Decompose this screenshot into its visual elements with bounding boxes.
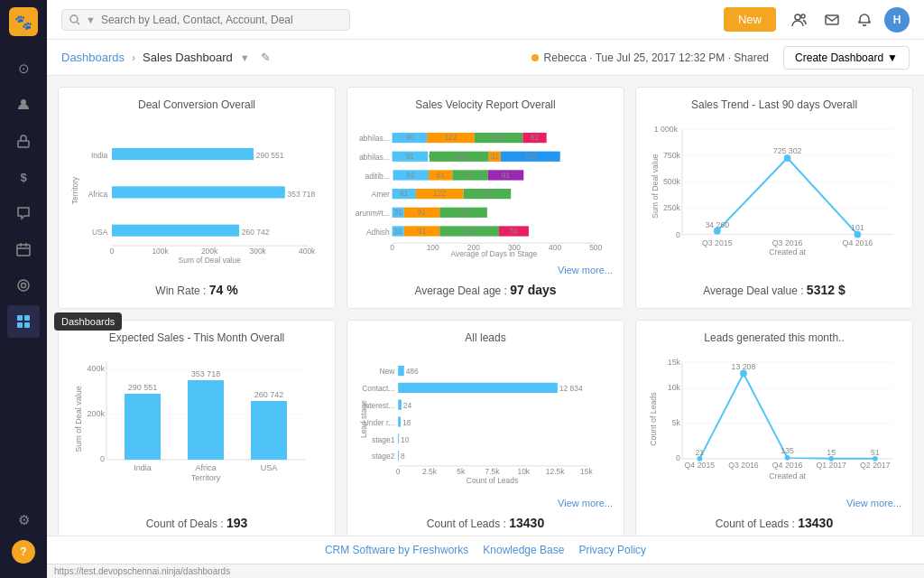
svg-text:486: 486	[406, 367, 419, 376]
footer-knowledge-base[interactable]: Knowledge Base	[483, 544, 564, 556]
sidebar-item-settings[interactable]: ⚙	[7, 504, 40, 536]
sidebar-item-help[interactable]: ?	[12, 540, 35, 564]
svg-text:91: 91	[418, 208, 427, 217]
bell-icon[interactable]	[852, 7, 877, 33]
svg-text:500k: 500k	[663, 177, 681, 186]
sidebar-item-deals[interactable]: $	[7, 161, 40, 193]
svg-rect-145	[398, 416, 401, 426]
chart-sales-trend-area: Sum of Deal value 0 250k 500k 750k 1 000	[647, 118, 901, 275]
svg-text:Under r...: Under r...	[364, 418, 395, 427]
svg-text:200k: 200k	[87, 409, 105, 418]
svg-text:153: 153	[453, 152, 466, 161]
svg-text:USA: USA	[92, 228, 108, 237]
app-logo[interactable]: 🐾	[9, 7, 38, 36]
svg-text:260 742: 260 742	[254, 390, 284, 399]
svg-text:Q3 2016: Q3 2016	[772, 238, 803, 247]
svg-text:0: 0	[100, 454, 105, 463]
edit-dashboard-icon[interactable]: ✎	[261, 51, 271, 64]
page-footer: CRM Software by Freshworks Knowledge Bas…	[47, 536, 924, 564]
sidebar-item-reports[interactable]	[7, 269, 40, 302]
svg-text:0: 0	[676, 453, 680, 462]
mail-icon[interactable]	[819, 7, 845, 33]
sidebar-item-accounts[interactable]	[7, 125, 40, 157]
svg-text:62: 62	[531, 133, 540, 142]
svg-rect-1	[18, 141, 29, 147]
svg-text:5k: 5k	[457, 467, 466, 476]
svg-text:12 834: 12 834	[559, 384, 583, 393]
svg-text:Q4 2016: Q4 2016	[772, 461, 803, 470]
svg-rect-136	[398, 366, 404, 376]
svg-text:91: 91	[407, 171, 416, 180]
svg-text:Q4 2016: Q4 2016	[843, 238, 873, 247]
svg-text:135: 135	[781, 446, 794, 455]
svg-text:123: 123	[492, 133, 504, 142]
footer-crm-link[interactable]: CRM Software by Freshworks	[325, 544, 468, 556]
sales-velocity-view-more[interactable]: View more...	[358, 265, 613, 275]
chart-sales-velocity-footer: Average Deal age : 97 days	[358, 283, 613, 297]
svg-text:260 742: 260 742	[242, 228, 270, 237]
chart-sales-velocity: Sales Velocity Report Overall abhilas...…	[346, 87, 624, 309]
svg-text:91: 91	[418, 227, 427, 236]
leads-generated-view-more[interactable]: View more...	[647, 498, 901, 508]
svg-text:725 302: 725 302	[773, 146, 802, 155]
search-bar[interactable]: ▼	[61, 9, 350, 31]
svg-rect-148	[398, 434, 399, 443]
svg-text:15: 15	[827, 448, 836, 457]
svg-text:400k: 400k	[299, 247, 316, 256]
svg-text:5k: 5k	[672, 418, 681, 427]
svg-text:300k: 300k	[250, 247, 267, 256]
all-leads-view-more[interactable]: View more...	[358, 498, 613, 508]
svg-point-3	[18, 280, 29, 291]
svg-text:abhilas...: abhilas...	[359, 134, 390, 143]
svg-rect-128	[251, 401, 287, 460]
svg-text:290 551: 290 551	[256, 151, 284, 160]
svg-text:353 718: 353 718	[191, 369, 221, 378]
create-dashboard-button[interactable]: Create Dashboard ▼	[783, 46, 910, 70]
svg-text:400: 400	[549, 243, 561, 252]
sidebar: 🐾 ⊙ $ Dashboards ⚙ ?	[0, 0, 47, 578]
svg-text:Created at: Created at	[769, 247, 806, 256]
svg-rect-5	[17, 315, 23, 321]
footer-privacy-policy[interactable]: Privacy Policy	[578, 544, 646, 556]
svg-text:arunm#t...: arunm#t...	[356, 209, 390, 218]
svg-text:stage1: stage1	[372, 435, 395, 444]
svg-text:India: India	[91, 151, 108, 160]
chart-deal-conversion-area: Territory India 290 551 Africa 353 718 U…	[69, 118, 324, 275]
svg-point-9	[70, 15, 78, 23]
search-input[interactable]	[101, 14, 342, 26]
svg-text:61: 61	[400, 189, 409, 198]
sidebar-item-contacts[interactable]	[7, 89, 40, 121]
chart-sales-trend-title: Sales Trend - Last 90 days Overall	[647, 98, 901, 111]
sidebar-item-dashboards[interactable]: Dashboards	[7, 305, 40, 338]
breadcrumb-separator: ›	[132, 51, 135, 64]
user-avatar[interactable]: H	[884, 7, 910, 33]
chart-leads-generated-footer: Count of Leads : 13430	[647, 516, 901, 530]
svg-text:USA: USA	[261, 463, 278, 472]
chart-expected-sales-title: Expected Sales - This Month Overall	[69, 331, 324, 344]
sidebar-item-chat[interactable]	[7, 197, 40, 229]
svg-text:Africa: Africa	[195, 463, 216, 472]
chart-leads-generated: Leads generated this month.. Count of Le…	[635, 320, 913, 536]
svg-rect-126	[188, 380, 224, 460]
svg-text:100k: 100k	[152, 247, 169, 256]
svg-text:2.5k: 2.5k	[422, 467, 438, 476]
sidebar-item-home[interactable]: ⊙	[7, 52, 40, 85]
breadcrumb-dashboards[interactable]: Dashboards	[61, 51, 125, 64]
new-button[interactable]: New	[724, 7, 776, 32]
svg-text:abhilas...: abhilas...	[359, 153, 390, 162]
sidebar-item-calendar[interactable]	[7, 233, 40, 266]
svg-text:91: 91	[406, 152, 415, 161]
svg-text:34 260: 34 260	[705, 220, 729, 229]
svg-point-174	[740, 370, 747, 378]
chart-expected-sales-footer: Count of Deals : 193	[69, 516, 324, 530]
svg-text:Territory: Territory	[70, 176, 79, 204]
svg-text:Count of Leads: Count of Leads	[649, 392, 658, 446]
breadcrumb-bar: Dashboards › Sales Dashboard ▼ ✎ Rebecca…	[47, 40, 924, 76]
chart-expected-sales-area: Sum of Deal value 0 200k 400k 290 551	[69, 351, 324, 508]
team-icon[interactable]	[787, 7, 812, 33]
svg-text:15k: 15k	[580, 467, 593, 476]
svg-text:Sum of Deal value: Sum of Deal value	[74, 386, 83, 452]
svg-text:aditib...: aditib...	[365, 172, 390, 181]
svg-text:18: 18	[402, 418, 411, 427]
svg-text:0: 0	[396, 467, 401, 476]
